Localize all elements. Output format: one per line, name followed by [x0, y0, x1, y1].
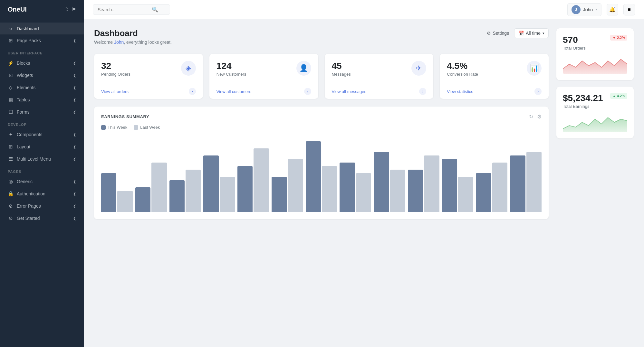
- alltime-dropdown[interactable]: 📅 All time ▾: [514, 28, 549, 38]
- page-packs-icon: ⊞: [8, 38, 14, 43]
- chart-settings-icon[interactable]: ⚙: [537, 114, 542, 120]
- stat-number: 32: [101, 61, 130, 71]
- chevron-icon: ❮: [73, 145, 76, 149]
- sidebar-item-tables[interactable]: ▦ Tables ❮: [0, 94, 84, 106]
- blocks-icon: ⚡: [8, 60, 14, 66]
- refresh-icon[interactable]: ↻: [529, 114, 533, 120]
- sidebar-item-dashboard[interactable]: ○ Dashboard: [0, 23, 84, 34]
- calendar-icon: 📅: [518, 31, 524, 36]
- bar-this-week: [203, 155, 218, 212]
- bar-group: [442, 159, 474, 212]
- bar-this-week: [135, 187, 150, 212]
- forms-icon: ☐: [8, 109, 14, 115]
- hamburger-button[interactable]: ≡: [623, 4, 635, 15]
- stat-number: 124: [216, 61, 246, 71]
- side-card-badge: ▲ 4.2%: [610, 93, 627, 99]
- bar-this-week: [374, 152, 389, 212]
- topbar-right: J John ▾ 🔔 ≡: [567, 3, 635, 16]
- side-card-1: $5,234.21 Total Earnings ▲ 4.2%: [556, 87, 634, 138]
- stat-icon: 📊: [527, 61, 542, 76]
- bar-last-week: [151, 163, 167, 212]
- bar-group: [510, 152, 542, 212]
- stat-link[interactable]: View all messages: [332, 89, 366, 94]
- side-card-label: Total Earnings: [563, 104, 603, 109]
- stat-label: Pending Orders: [101, 72, 130, 77]
- topbar: 🔍 J John ▾ 🔔 ≡: [84, 0, 644, 19]
- components-icon: ✦: [8, 132, 14, 137]
- stat-link[interactable]: View all customers: [216, 89, 251, 94]
- page-subtitle: Welcome John, everything looks great.: [94, 40, 172, 45]
- sidebar-item-label: Elements: [17, 85, 35, 90]
- stat-label: New Customers: [216, 72, 246, 77]
- moon-icon[interactable]: ☽: [64, 6, 68, 13]
- chevron-icon: ❮: [73, 39, 76, 43]
- stat-label: Conversion Rate: [447, 72, 478, 77]
- sidebar-item-blocks[interactable]: ⚡ Blocks ❮: [0, 57, 84, 69]
- sidebar-item-label: Tables: [17, 97, 30, 102]
- sidebar: OneUI ☽ ⚑ ○ Dashboard ⊞ Page Packs ❮ USE…: [0, 0, 84, 347]
- bar-last-week: [390, 170, 405, 212]
- stat-number: 4.5%: [447, 61, 478, 71]
- sidebar-item-get-started[interactable]: ⊙ Get Started ❮: [0, 212, 84, 224]
- sidebar-item-generic[interactable]: ◎ Generic ❮: [0, 175, 84, 188]
- sidebar-item-label: Page Packs: [17, 38, 41, 43]
- chevron-icon: ❮: [73, 180, 76, 184]
- mini-chart: [563, 113, 627, 132]
- bar-this-week: [101, 173, 116, 212]
- bar-group: [135, 163, 167, 212]
- search-icon: 🔍: [152, 6, 158, 13]
- stat-link[interactable]: View statistics: [447, 89, 473, 94]
- sidebar-item-label: Generic: [17, 179, 33, 184]
- multi-level-icon: ☰: [8, 156, 14, 162]
- app-name: OneUI: [8, 6, 27, 13]
- chevron-icon: ❮: [73, 110, 76, 114]
- chevron-icon: ❮: [73, 192, 76, 196]
- bar-this-week: [237, 166, 253, 212]
- bar-group: [306, 141, 337, 212]
- search-input[interactable]: [98, 7, 149, 12]
- flag-icon[interactable]: ⚑: [72, 6, 76, 13]
- stat-card-3: 4.5% Conversion Rate 📊 View statistics ›: [440, 54, 549, 99]
- chevron-icon: ❮: [73, 73, 76, 78]
- notifications-button[interactable]: 🔔: [607, 4, 618, 15]
- chevron-down-icon: ▾: [595, 7, 597, 12]
- sidebar-logo: OneUI ☽ ⚑: [0, 0, 84, 19]
- stat-icon: 👤: [296, 61, 311, 76]
- sidebar-item-authentication[interactable]: 🔒 Authentication ❮: [0, 188, 84, 200]
- chart-legend: This Week Last Week: [101, 125, 542, 130]
- stat-arrow: ›: [189, 88, 196, 95]
- sidebar-item-components[interactable]: ✦ Components ❮: [0, 128, 84, 141]
- username-highlight: John: [114, 40, 124, 45]
- bar-this-week: [510, 155, 525, 212]
- chevron-icon: ❮: [73, 133, 76, 137]
- sidebar-item-page-packs[interactable]: ⊞ Page Packs ❮: [0, 34, 84, 47]
- stat-link[interactable]: View all orders: [101, 89, 129, 94]
- chart-controls: ↻ ⚙: [529, 114, 542, 120]
- sidebar-item-forms[interactable]: ☐ Forms ❮: [0, 106, 84, 118]
- side-card-label: Total Orders: [563, 46, 586, 51]
- content-area: Dashboard Welcome John, everything looks…: [84, 19, 644, 347]
- stat-arrow: ›: [534, 88, 542, 95]
- search-bar[interactable]: 🔍: [93, 4, 170, 15]
- bar-this-week: [476, 173, 491, 212]
- side-card-number: 570: [563, 35, 586, 45]
- bar-group: [169, 170, 201, 212]
- bar-chart: [101, 135, 542, 212]
- sidebar-item-layout[interactable]: ⊞ Layout ❮: [0, 141, 84, 153]
- settings-button[interactable]: ⚙ Settings: [487, 31, 509, 36]
- user-menu[interactable]: J John ▾: [567, 3, 601, 16]
- sidebar-item-widgets[interactable]: ⊡ Widgets ❮: [0, 69, 84, 81]
- earnings-chart-card: EARNINGS SUMMARY ↻ ⚙ This Week Last Week: [94, 107, 549, 219]
- widgets-icon: ⊡: [8, 72, 14, 78]
- chevron-down-icon: ▾: [543, 31, 544, 35]
- bar-this-week: [442, 159, 457, 212]
- sidebar-item-error-pages[interactable]: ⊘ Error Pages ❮: [0, 200, 84, 212]
- sidebar-item-multi-level[interactable]: ☰ Multi Level Menu ❮: [0, 153, 84, 165]
- side-card-number: $5,234.21: [563, 93, 603, 103]
- bar-last-week: [322, 166, 337, 212]
- section-label-ui: USER INTERFACE: [0, 47, 84, 57]
- sidebar-item-elements[interactable]: ◇ Elements ❮: [0, 81, 84, 94]
- bar-last-week: [288, 159, 303, 212]
- content-main: Dashboard Welcome John, everything looks…: [94, 28, 549, 338]
- menu-icon: ≡: [628, 7, 630, 13]
